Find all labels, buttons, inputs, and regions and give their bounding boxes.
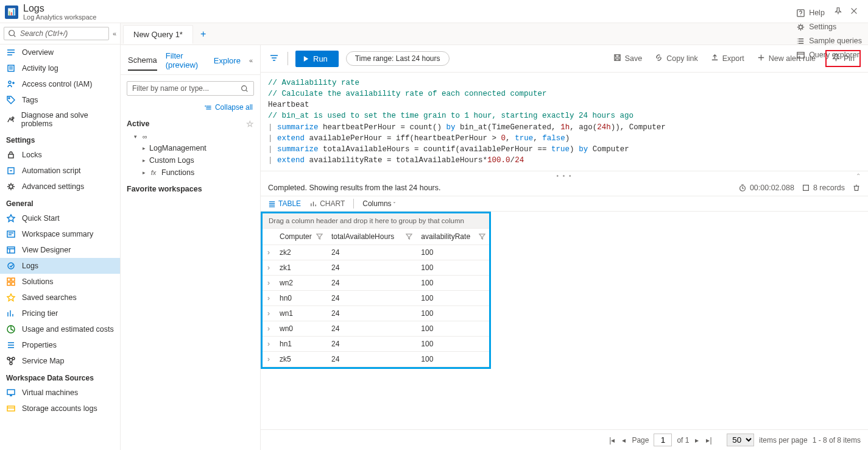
- search-icon: [241, 85, 249, 93]
- nav-group-workspace-data-sources: Workspace Data Sources: [0, 369, 120, 385]
- schema-tab-explore[interactable]: Explore: [214, 56, 241, 70]
- schema-node-logmanagement[interactable]: ▸LogManagement: [127, 142, 254, 154]
- splitter-handle[interactable]: • • • ⌃: [261, 171, 868, 180]
- records-icon: [802, 184, 810, 192]
- svg-rect-10: [7, 278, 10, 281]
- table-row[interactable]: ›zk224100: [263, 245, 489, 260]
- action-new-alert-rule[interactable]: New alert rule: [754, 52, 818, 65]
- expand-row-icon[interactable]: ›: [263, 245, 275, 260]
- table-row[interactable]: ›wn124100: [263, 306, 489, 321]
- col-header-availabilityrate[interactable]: availabilityRate: [416, 229, 489, 245]
- nav-item-advanced-settings[interactable]: Advanced settings: [0, 179, 120, 195]
- pager-next-icon[interactable]: ▸: [694, 436, 700, 445]
- pager-size-select[interactable]: 50: [727, 434, 754, 446]
- nav-item-service-map[interactable]: Service Map: [0, 353, 120, 369]
- svg-point-6: [9, 185, 13, 188]
- nav-item-access-control-iam-[interactable]: Access control (IAM): [0, 76, 120, 92]
- schema-node-custom-logs[interactable]: ▸Custom Logs: [127, 154, 254, 166]
- collapse-icon: [205, 104, 213, 112]
- action-export[interactable]: Export: [708, 52, 747, 65]
- quickstart-icon: [6, 213, 16, 223]
- view-table-button[interactable]: TABLE: [268, 199, 301, 208]
- query-tab[interactable]: New Query 1*: [123, 25, 193, 44]
- filter-icon[interactable]: [479, 233, 485, 241]
- pager-last-icon[interactable]: ▸|: [705, 436, 713, 445]
- expand-row-icon[interactable]: ›: [263, 306, 275, 321]
- filter-icon[interactable]: [316, 233, 323, 241]
- new-tab-button[interactable]: +: [196, 26, 211, 42]
- expand-row-icon[interactable]: ›: [263, 352, 275, 367]
- nav-item-logs[interactable]: Logs: [0, 258, 120, 274]
- nav-item-workspace-summary[interactable]: Workspace summary: [0, 226, 120, 242]
- save-icon: [613, 53, 622, 64]
- nav-item-quick-start[interactable]: Quick Start: [0, 210, 120, 226]
- schema-tab-schema[interactable]: Schema: [128, 55, 157, 71]
- nav-item-automation-script[interactable]: Automation script: [0, 163, 120, 179]
- expand-row-icon[interactable]: ›: [263, 276, 275, 291]
- nav-item-solutions[interactable]: Solutions: [0, 274, 120, 290]
- table-row[interactable]: ›hn024100: [263, 291, 489, 306]
- tabbar-settings[interactable]: Settings: [790, 20, 868, 34]
- filter-icon[interactable]: [406, 233, 412, 241]
- columns-dropdown[interactable]: Columns ˇ: [362, 199, 395, 208]
- filter-icon[interactable]: [268, 52, 280, 66]
- nav-item-locks[interactable]: Locks: [0, 147, 120, 163]
- pager-first-icon[interactable]: |◂: [608, 436, 616, 445]
- tabbar-help[interactable]: Help: [790, 6, 868, 20]
- svg-point-9: [8, 263, 14, 269]
- col-header-computer[interactable]: Computer: [275, 229, 326, 245]
- nav-item-overview[interactable]: Overview: [0, 45, 120, 60]
- schema-workspace-node[interactable]: ▾ ∞: [127, 131, 254, 142]
- nav-item-activity-log[interactable]: Activity log: [0, 60, 120, 76]
- storage-icon: [6, 404, 16, 413]
- schema-filter-input[interactable]: Filter by name or type...: [127, 81, 254, 96]
- col-header-totalavailablehours[interactable]: totalAvailableHours: [326, 229, 416, 245]
- svg-point-3: [9, 98, 10, 99]
- nav-item-storage-accounts-logs[interactable]: Storage accounts logs: [0, 401, 120, 416]
- table-row[interactable]: ›zk124100: [263, 260, 489, 276]
- pricing-icon: [6, 309, 16, 318]
- nav-item-virtual-machines[interactable]: Virtual machines: [0, 385, 120, 401]
- collapse-nav-icon[interactable]: «: [111, 30, 118, 37]
- action-save[interactable]: Save: [610, 52, 645, 65]
- view-chart-button[interactable]: CHART: [309, 199, 345, 208]
- expand-row-icon[interactable]: ›: [263, 337, 275, 352]
- nav-item-view-designer[interactable]: View Designer: [0, 242, 120, 258]
- pager-prev-icon[interactable]: ◂: [621, 436, 627, 445]
- table-row[interactable]: ›wn024100: [263, 321, 489, 337]
- expand-row-icon[interactable]: ›: [263, 321, 275, 337]
- pager-page-input[interactable]: [654, 434, 672, 446]
- nav-item-diagnose-and-solve-problems[interactable]: Diagnose and solve problems: [0, 108, 120, 131]
- stopwatch-icon: [738, 184, 747, 192]
- nav-item-properties[interactable]: Properties: [0, 337, 120, 353]
- action-copy-link[interactable]: Copy link: [652, 52, 700, 65]
- nav-search-input[interactable]: Search (Ctrl+/): [4, 27, 109, 40]
- expand-row-icon[interactable]: ›: [263, 291, 275, 306]
- export-icon: [710, 53, 719, 64]
- designer-icon: [6, 245, 16, 255]
- nav-item-pricing-tier[interactable]: Pricing tier: [0, 305, 120, 321]
- delete-results-icon[interactable]: [852, 184, 861, 192]
- action-pin[interactable]: Pin: [825, 50, 861, 67]
- collapse-schema-icon[interactable]: «: [249, 57, 253, 69]
- collapse-all-button[interactable]: Collapse all: [121, 102, 260, 115]
- activity-log-icon: [6, 63, 16, 73]
- favorite-star-icon[interactable]: ☆: [246, 119, 254, 129]
- run-button[interactable]: Run: [295, 51, 339, 67]
- svg-point-2: [9, 81, 11, 84]
- query-editor[interactable]: // Availability rate // Calculate the av…: [261, 73, 868, 171]
- collapse-results-icon[interactable]: ⌃: [856, 173, 862, 179]
- nav-item-tags[interactable]: Tags: [0, 92, 120, 108]
- table-row[interactable]: ›hn124100: [263, 337, 489, 352]
- solutions-icon: [6, 277, 16, 287]
- table-row[interactable]: ›zk524100: [263, 352, 489, 367]
- expand-row-icon[interactable]: ›: [263, 260, 275, 276]
- star-icon: [6, 293, 16, 302]
- schema-node-functions[interactable]: ▸fxFunctions: [127, 166, 254, 179]
- nav-item-usage-and-estimated-costs[interactable]: Usage and estimated costs: [0, 321, 120, 337]
- time-range-picker[interactable]: Time range: Last 24 hours: [346, 51, 450, 66]
- nav-item-saved-searches[interactable]: Saved searches: [0, 290, 120, 305]
- table-row[interactable]: ›wn224100: [263, 276, 489, 291]
- group-drop-hint[interactable]: Drag a column header and drop it here to…: [263, 213, 489, 229]
- schema-tab-filter[interactable]: Filter (preview): [166, 51, 205, 74]
